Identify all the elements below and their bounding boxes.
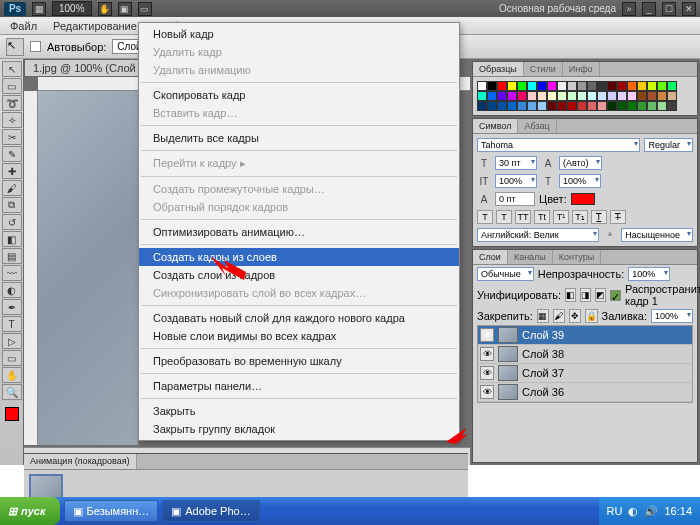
taskbar-task[interactable]: ▣Безымянн… [64, 500, 159, 522]
close-icon[interactable]: ✕ [682, 2, 696, 16]
opacity[interactable]: 100% [628, 267, 670, 281]
swatch[interactable] [647, 101, 657, 111]
underline-btn[interactable]: T̲ [591, 210, 607, 224]
swatch[interactable] [537, 91, 547, 101]
visibility-icon[interactable]: 👁 [480, 328, 494, 342]
swatch[interactable] [657, 81, 667, 91]
swatch[interactable] [617, 91, 627, 101]
layer-row[interactable]: 👁Слой 39 [478, 326, 692, 345]
font-size[interactable]: 30 пт [495, 156, 537, 170]
swatch[interactable] [627, 81, 637, 91]
swatch[interactable] [507, 101, 517, 111]
swatch[interactable] [547, 81, 557, 91]
swatch[interactable] [627, 101, 637, 111]
menu-item[interactable]: Закрыть группу вкладок [139, 420, 459, 438]
tab-paths[interactable]: Контуры [553, 250, 601, 264]
swatch[interactable] [527, 81, 537, 91]
swatch[interactable] [497, 81, 507, 91]
bold-btn[interactable]: T [477, 210, 493, 224]
swatch[interactable] [597, 101, 607, 111]
smallcaps-btn[interactable]: Tt [534, 210, 550, 224]
foreground-color[interactable] [5, 407, 19, 421]
brush-tool[interactable]: 🖌 [2, 180, 22, 196]
swatch[interactable] [517, 81, 527, 91]
swatch[interactable] [547, 91, 557, 101]
swatch[interactable] [607, 101, 617, 111]
swatch[interactable] [487, 101, 497, 111]
visibility-icon[interactable]: 👁 [480, 347, 494, 361]
swatch[interactable] [497, 101, 507, 111]
language[interactable]: Английский: Велик [477, 228, 599, 242]
swatch[interactable] [557, 101, 567, 111]
hand-tool[interactable]: ✋ [2, 367, 22, 383]
menu-item[interactable]: Создать слои из кадров [139, 266, 459, 284]
layer-row[interactable]: 👁Слой 36 [478, 383, 692, 402]
swatch[interactable] [637, 81, 647, 91]
swatch[interactable] [477, 91, 487, 101]
layer-row[interactable]: 👁Слой 37 [478, 364, 692, 383]
swatch[interactable] [537, 101, 547, 111]
lock-paint-icon[interactable]: 🖌 [553, 309, 565, 323]
lock-all-icon[interactable]: 🔒 [585, 309, 598, 323]
menu-item[interactable]: Создавать новый слой для каждого нового … [139, 309, 459, 327]
swatch[interactable] [497, 91, 507, 101]
strike-btn[interactable]: T̶ [610, 210, 626, 224]
menu-item[interactable]: Выделить все кадры [139, 129, 459, 147]
swatch[interactable] [667, 91, 677, 101]
move-tool-icon[interactable]: ↖ [6, 38, 24, 56]
lock-trans-icon[interactable]: ▦ [537, 309, 549, 323]
lock-move-icon[interactable]: ✥ [569, 309, 581, 323]
swatch[interactable] [547, 101, 557, 111]
autoselect-checkbox[interactable] [30, 41, 41, 52]
swatch[interactable] [537, 81, 547, 91]
menu-item[interactable]: Закрыть [139, 402, 459, 420]
menu-item[interactable]: Создать кадры из слоев [139, 248, 459, 266]
dodge-tool[interactable]: ◐ [2, 282, 22, 298]
swatch[interactable] [627, 91, 637, 101]
font-family[interactable]: Tahoma [477, 138, 640, 152]
type-tool[interactable]: T [2, 316, 22, 332]
tray-icon[interactable]: ◐ [628, 505, 638, 518]
menu-item[interactable]: Оптимизировать анимацию… [139, 223, 459, 241]
swatch[interactable] [587, 101, 597, 111]
text-color[interactable] [571, 193, 595, 205]
leading[interactable]: (Авто) [559, 156, 602, 170]
caps-btn[interactable]: TT [515, 210, 531, 224]
tab-channels[interactable]: Каналы [508, 250, 553, 264]
pen-tool[interactable]: ✒ [2, 299, 22, 315]
layer-list[interactable]: 👁Слой 39👁Слой 38👁Слой 37👁Слой 36 [477, 325, 693, 403]
visibility-icon[interactable]: 👁 [480, 385, 494, 399]
swatch[interactable] [567, 101, 577, 111]
swatch[interactable] [577, 81, 587, 91]
layer-row[interactable]: 👁Слой 38 [478, 345, 692, 364]
clock[interactable]: 16:14 [664, 505, 692, 517]
swatch[interactable] [597, 81, 607, 91]
bridge-icon[interactable]: ▦ [32, 2, 46, 16]
start-button[interactable]: ⊞пуск [0, 497, 60, 525]
unify-pos-icon[interactable]: ◧ [565, 288, 576, 302]
swatch[interactable] [607, 81, 617, 91]
italic-btn[interactable]: T [496, 210, 512, 224]
unify-vis-icon[interactable]: ◨ [580, 288, 591, 302]
antialias[interactable]: Насыщенное [621, 228, 693, 242]
hand-icon[interactable]: ✋ [98, 2, 112, 16]
menu-item[interactable]: Новые слои видимы во всех кадрах [139, 327, 459, 345]
tab-character[interactable]: Символ [473, 119, 518, 133]
tab-animation[interactable]: Анимация (покадровая) [24, 454, 137, 469]
heal-tool[interactable]: ✚ [2, 163, 22, 179]
swatch[interactable] [567, 91, 577, 101]
sub-btn[interactable]: T₁ [572, 210, 588, 224]
screen-icon[interactable]: ▭ [138, 2, 152, 16]
tray-icon[interactable]: 🔊 [644, 505, 658, 518]
unify-style-icon[interactable]: ◩ [595, 288, 606, 302]
swatch[interactable] [527, 91, 537, 101]
font-style[interactable]: Regular [644, 138, 693, 152]
propagate-checkbox[interactable]: ✓ [610, 290, 621, 301]
menu-item[interactable]: Преобразовать во временную шкалу [139, 352, 459, 370]
crop-tool[interactable]: ✂ [2, 129, 22, 145]
fill-opacity[interactable]: 100% [651, 309, 693, 323]
swatch[interactable] [557, 91, 567, 101]
tracking[interactable]: 100% [495, 174, 537, 188]
tab-info[interactable]: Инфо [563, 62, 600, 76]
eyedropper-tool[interactable]: ✎ [2, 146, 22, 162]
